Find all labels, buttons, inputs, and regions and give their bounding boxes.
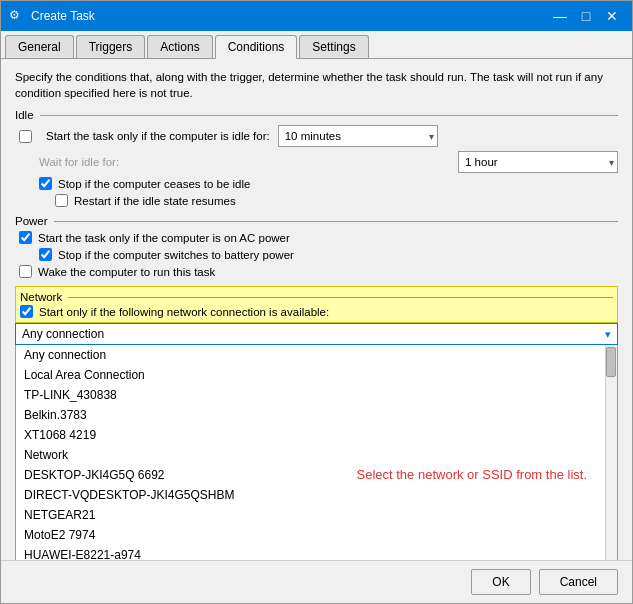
ac-power-checkbox[interactable] xyxy=(19,231,32,244)
battery-checkbox[interactable] xyxy=(39,248,52,261)
tab-triggers[interactable]: Triggers xyxy=(76,35,146,58)
buttons-row: OK Cancel xyxy=(1,560,632,603)
tab-actions[interactable]: Actions xyxy=(147,35,212,58)
list-item[interactable]: Belkin.3783 xyxy=(16,405,605,425)
cancel-button[interactable]: Cancel xyxy=(539,569,618,595)
scrollbar[interactable] xyxy=(605,345,617,560)
battery-row: Stop if the computer switches to battery… xyxy=(15,248,618,261)
idle-restart-checkbox[interactable] xyxy=(55,194,68,207)
network-group-row: Network xyxy=(20,291,613,303)
idle-section-header: Idle xyxy=(15,109,618,121)
list-item[interactable]: DIRECT-VQDESKTOP-JKI4G5QSHBM xyxy=(16,485,605,505)
window-icon: ⚙ xyxy=(9,8,25,24)
create-task-window: ⚙ Create Task — □ ✕ General Triggers Act… xyxy=(0,0,633,604)
idle-stop-row: Stop if the computer ceases to be idle xyxy=(15,177,618,190)
power-label: Power xyxy=(15,215,54,227)
list-item[interactable]: HUAWEI-E8221-a974 xyxy=(16,545,605,560)
idle-wait-dropdown[interactable]: 1 hour xyxy=(458,151,618,173)
wake-checkbox[interactable] xyxy=(19,265,32,278)
minimize-button[interactable]: — xyxy=(548,4,572,28)
idle-stop-checkbox[interactable] xyxy=(39,177,52,190)
idle-wait-wrapper: 1 hour ▾ xyxy=(458,151,618,173)
list-item[interactable]: XT1068 4219 xyxy=(16,425,605,445)
idle-divider xyxy=(40,115,618,116)
wake-label: Wake the computer to run this task xyxy=(38,266,215,278)
network-list-items: Any connectionLocal Area ConnectionTP-LI… xyxy=(16,345,617,560)
network-label: Network xyxy=(20,291,68,303)
network-checkbox[interactable] xyxy=(20,305,33,318)
idle-duration-wrapper: 10 minutes ▾ xyxy=(278,125,438,147)
tab-conditions[interactable]: Conditions xyxy=(215,35,298,59)
network-dropdown-section: Any connection ▾ Any connectionLocal Are… xyxy=(15,323,618,560)
idle-label: Idle xyxy=(15,109,40,121)
power-divider xyxy=(54,221,618,222)
power-section-header: Power xyxy=(15,215,618,227)
tab-general[interactable]: General xyxy=(5,35,74,58)
list-item[interactable]: DESKTOP-JKI4G5Q 6692 xyxy=(16,465,605,485)
list-item[interactable]: MotoE2 7974 xyxy=(16,525,605,545)
idle-restart-label: Restart if the idle state resumes xyxy=(74,195,236,207)
idle-start-label: Start the task only if the computer is i… xyxy=(46,130,270,142)
tab-bar: General Triggers Actions Conditions Sett… xyxy=(1,31,632,59)
idle-restart-row: Restart if the idle state resumes xyxy=(15,194,618,207)
wake-row: Wake the computer to run this task xyxy=(15,265,618,278)
idle-duration-dropdown[interactable]: 10 minutes xyxy=(278,125,438,147)
network-section: Network Start only if the following netw… xyxy=(15,286,618,323)
maximize-button[interactable]: □ xyxy=(574,4,598,28)
list-item[interactable]: Any connection xyxy=(16,345,605,365)
window-title: Create Task xyxy=(31,9,548,23)
ac-power-row: Start the task only if the computer is o… xyxy=(15,231,618,244)
close-button[interactable]: ✕ xyxy=(600,4,624,28)
title-bar-buttons: — □ ✕ xyxy=(548,4,624,28)
idle-stop-label: Stop if the computer ceases to be idle xyxy=(58,178,250,190)
network-open-list: Any connectionLocal Area ConnectionTP-LI… xyxy=(15,345,618,560)
list-item[interactable]: TP-LINK_430838 xyxy=(16,385,605,405)
network-checkbox-row: Start only if the following network conn… xyxy=(20,305,613,318)
network-dropdown-header[interactable]: Any connection ▾ xyxy=(15,323,618,345)
battery-label: Stop if the computer switches to battery… xyxy=(58,249,294,261)
network-divider xyxy=(68,297,613,298)
network-dropdown-arrow: ▾ xyxy=(605,328,611,341)
ac-power-label: Start the task only if the computer is o… xyxy=(38,232,290,244)
ok-button[interactable]: OK xyxy=(471,569,530,595)
scrollbar-thumb xyxy=(606,347,616,377)
network-checkbox-label: Start only if the following network conn… xyxy=(39,306,329,318)
tab-settings[interactable]: Settings xyxy=(299,35,368,58)
description-text: Specify the conditions that, along with … xyxy=(15,69,618,101)
list-item[interactable]: NETGEAR21 xyxy=(16,505,605,525)
list-item[interactable]: Local Area Connection xyxy=(16,365,605,385)
tab-content: Specify the conditions that, along with … xyxy=(1,59,632,560)
list-item[interactable]: Network xyxy=(16,445,605,465)
network-selected-value: Any connection xyxy=(22,327,104,341)
title-bar: ⚙ Create Task — □ ✕ xyxy=(1,1,632,31)
idle-start-row: Start the task only if the computer is i… xyxy=(15,125,618,147)
idle-start-checkbox[interactable] xyxy=(19,130,32,143)
idle-wait-label: Wait for idle for: xyxy=(39,156,450,168)
idle-wait-row: Wait for idle for: 1 hour ▾ xyxy=(15,151,618,173)
